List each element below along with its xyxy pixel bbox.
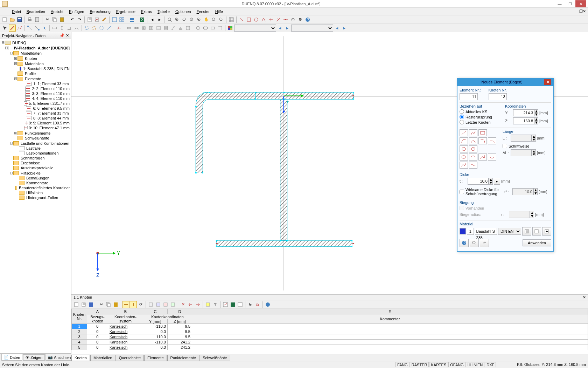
tbl-b1[interactable] xyxy=(147,301,154,308)
tb-n1[interactable] xyxy=(238,16,245,23)
ig-arc4[interactable] xyxy=(488,137,496,144)
tree-hilfsobjekte[interactable]: Hilfsobjekte xyxy=(20,171,41,175)
tbl-open[interactable] xyxy=(80,301,87,308)
menu-berechnung[interactable]: Berechnung xyxy=(87,9,113,14)
tb-save[interactable] xyxy=(16,16,23,23)
status-ofang[interactable]: OFANG xyxy=(448,362,465,367)
tree-element-item[interactable]: 8: 8; Element 44 mm xyxy=(1,116,70,121)
tab-querschnitte[interactable]: Querschnitte xyxy=(116,355,144,361)
tree-element-item[interactable]: 3: 3; Element 110 mm xyxy=(1,91,70,96)
tb2-c1[interactable] xyxy=(195,25,202,32)
tbl-save[interactable] xyxy=(88,301,94,308)
tbl-mode1[interactable] xyxy=(122,301,130,308)
tb-pan[interactable]: ✋ xyxy=(203,16,210,23)
tree-element-item[interactable]: 10: 10; Element 47.1 mm xyxy=(1,125,70,130)
tb-open[interactable] xyxy=(9,16,16,23)
close-button[interactable]: ✕ xyxy=(575,0,586,7)
tbl-sel[interactable] xyxy=(204,301,211,308)
navigator-close-icon[interactable]: ✕ xyxy=(66,33,69,38)
ig-arc1[interactable] xyxy=(460,137,468,144)
tb-copy[interactable] xyxy=(51,16,58,23)
table-row[interactable]: 20Kartesisch0.09.5 xyxy=(72,329,588,334)
tb2-edit1[interactable] xyxy=(26,25,33,32)
tree-element-item[interactable]: 6: 6; Element 9.5 mm xyxy=(1,106,70,111)
mdi-minimize[interactable]: — xyxy=(575,9,579,14)
tbl-b3[interactable] xyxy=(162,301,169,308)
tb2-o6[interactable] xyxy=(162,25,169,32)
tb2-nav-next[interactable]: ► xyxy=(284,25,291,32)
tree-modelldaten[interactable]: Modelldaten xyxy=(20,51,42,55)
tbl-paste[interactable] xyxy=(112,301,119,308)
maximize-button[interactable]: ☐ xyxy=(565,0,575,7)
nav-tab-daten[interactable]: 📄Daten xyxy=(1,354,22,361)
tree-hilfslinien[interactable]: Hilfslinien xyxy=(26,191,43,195)
mdi-close[interactable]: ✕ xyxy=(583,9,586,14)
tb-n8[interactable] xyxy=(289,16,296,23)
tb-measure[interactable] xyxy=(101,16,108,23)
tb-paste[interactable] xyxy=(58,16,65,23)
tb-prev-view[interactable] xyxy=(210,16,217,23)
tb2-c2[interactable] xyxy=(202,25,209,32)
tb-new[interactable] xyxy=(1,16,8,23)
tree-lastfaelle[interactable]: Lastfälle xyxy=(26,146,41,150)
btn-mat-new[interactable]: + xyxy=(542,227,551,236)
menu-ergebnisse[interactable]: Ergebnisse xyxy=(113,9,138,14)
tree-lastfaelle-komb[interactable]: Lastfälle und Kombinationen xyxy=(20,141,70,145)
tb-zoom-out[interactable]: - xyxy=(196,16,203,23)
tb-n4[interactable] xyxy=(260,16,267,23)
tb2-nav-prev[interactable]: ◄ xyxy=(276,25,284,32)
tb-zoom-win[interactable] xyxy=(181,16,188,23)
tree-profile[interactable]: Profile xyxy=(24,71,36,76)
input-z[interactable] xyxy=(513,117,534,124)
nav-tab-ansichten[interactable]: 📷Ansichten xyxy=(46,354,73,361)
tb-proto[interactable] xyxy=(86,16,93,23)
tb2-s3[interactable] xyxy=(98,25,105,32)
tab-schweissnaehte[interactable]: Schweißnähte xyxy=(200,355,230,361)
menu-fenster[interactable]: Fenster xyxy=(194,9,212,14)
tb-calc[interactable] xyxy=(34,16,41,23)
ig-ell3[interactable] xyxy=(478,154,487,161)
ig-ell4[interactable] xyxy=(488,154,496,161)
tb2-color[interactable] xyxy=(227,25,234,32)
tbl-del[interactable]: ✕ xyxy=(180,301,187,308)
tb2-combo2[interactable] xyxy=(291,25,333,32)
radio-rasterursprung[interactable] xyxy=(460,115,464,119)
tb-view1[interactable] xyxy=(111,16,118,23)
tbl-fx[interactable]: fx xyxy=(247,301,254,308)
ig-arc3[interactable] xyxy=(478,137,487,144)
tree-mat1[interactable]: 1: Baustahl S 235 | DIN EN xyxy=(22,67,70,71)
tbl-b4[interactable] xyxy=(169,301,176,308)
tb2-line[interactable] xyxy=(9,25,16,32)
menu-hilfe[interactable]: Hilfe xyxy=(212,9,226,14)
ig-ell1[interactable] xyxy=(460,154,468,161)
tree-knoten[interactable]: Knoten xyxy=(24,56,38,61)
menu-bearbeiten[interactable]: Bearbeiten xyxy=(24,9,48,14)
tree-hintergrund[interactable]: Hintergrund-Folien xyxy=(26,196,59,200)
tree-element-item[interactable]: 5: 5; Element 231.7 mm xyxy=(1,101,70,106)
tree-schnittgroessen[interactable]: Schnittgrößen xyxy=(20,156,45,160)
tbl-filter[interactable] xyxy=(212,301,219,308)
tb2-s2[interactable] xyxy=(91,25,98,32)
tb2-combo1[interactable] xyxy=(234,25,276,32)
tb-grid[interactable] xyxy=(228,16,235,23)
tb2-s1[interactable] xyxy=(83,25,90,32)
tb2-c4[interactable] xyxy=(217,25,224,32)
tb2-dim4[interactable] xyxy=(73,25,80,32)
tb2-o7[interactable] xyxy=(170,25,177,32)
tb2-o5[interactable] xyxy=(155,25,162,32)
tree-materialien[interactable]: Materialien xyxy=(24,62,44,66)
tree-element-item[interactable]: 4: 4; Element 110 mm xyxy=(1,96,70,101)
table-row[interactable]: 40Kartesisch-110.0241.2 xyxy=(72,340,588,345)
ig-line[interactable] xyxy=(460,129,468,136)
tb-zoom-in[interactable]: + xyxy=(188,16,195,23)
tb-layer[interactable] xyxy=(128,16,135,23)
tb2-o8[interactable] xyxy=(177,25,184,32)
tree-lastkomb[interactable]: Lastkombinationen xyxy=(26,151,59,155)
ig-circ2[interactable] xyxy=(469,145,477,152)
input-element-nr[interactable] xyxy=(460,93,478,100)
tb-next-view[interactable] xyxy=(218,16,225,23)
btn-t-pick[interactable]: ▸ xyxy=(494,178,500,185)
tb2-o4[interactable] xyxy=(148,25,155,32)
tb-help[interactable]: ? xyxy=(304,16,311,23)
tb-search[interactable] xyxy=(166,16,173,23)
